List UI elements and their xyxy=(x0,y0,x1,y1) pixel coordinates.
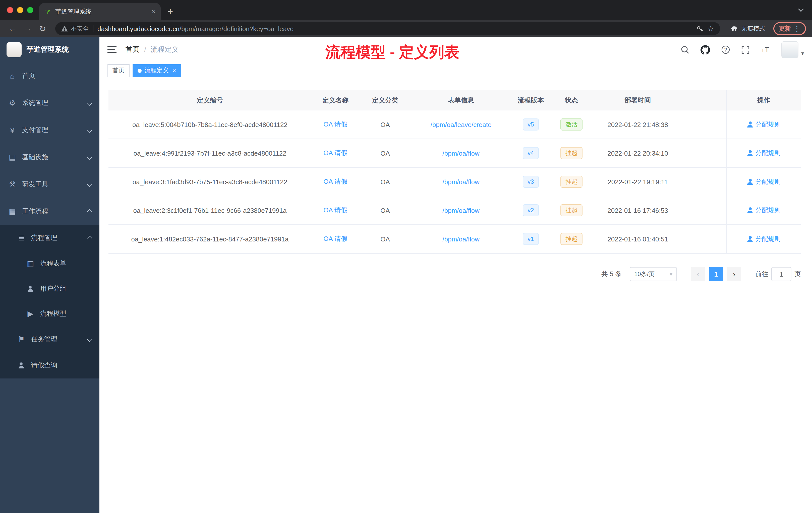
definition-category: OA xyxy=(380,121,390,128)
sidebar-item-system[interactable]: ⚙系统管理 xyxy=(0,89,99,117)
goto-page-input[interactable] xyxy=(771,267,791,281)
sidebar-item-home[interactable]: ⌂首页 xyxy=(0,62,99,89)
assign-rule-link[interactable]: 分配规则 xyxy=(747,177,781,186)
hamburger-icon[interactable] xyxy=(108,46,116,53)
sidebar-item-task-mgmt[interactable]: ⚑任务管理 xyxy=(0,326,99,352)
prev-page-button[interactable]: ‹ xyxy=(691,267,705,281)
sidebar-item-payment[interactable]: ¥支付管理 xyxy=(0,117,99,144)
form-link[interactable]: /bpm/oa/flow xyxy=(442,207,479,214)
send-icon: ▶ xyxy=(26,309,35,318)
sidebar-item-process-form[interactable]: ▥流程表单 xyxy=(0,251,99,276)
column-header: 定义名称 xyxy=(311,90,359,110)
breadcrumb-separator: / xyxy=(144,46,146,54)
user-icon xyxy=(17,362,26,368)
forward-icon[interactable]: → xyxy=(21,24,34,33)
security-label: 不安全 xyxy=(71,24,89,33)
definition-name-link[interactable]: OA 请假 xyxy=(323,120,347,129)
breadcrumb-home[interactable]: 首页 xyxy=(125,45,140,54)
sidebar-item-user-group[interactable]: 用户分组 xyxy=(0,276,99,301)
minimize-window-button[interactable] xyxy=(17,7,23,13)
form-link[interactable]: /bpm/oa/flow xyxy=(442,149,479,157)
assign-rule-label: 分配规则 xyxy=(755,235,781,243)
deploy-time-cell: 2022-01-22 20:34:10 xyxy=(592,139,683,167)
definition-name-link[interactable]: OA 请假 xyxy=(323,149,347,158)
tag-home[interactable]: 首页 xyxy=(108,64,129,77)
user-menu[interactable]: ▾ xyxy=(782,41,804,58)
form-link[interactable]: /bpm/oa/flow xyxy=(442,235,479,243)
assign-rule-link[interactable]: 分配规则 xyxy=(747,149,781,157)
back-icon[interactable]: ← xyxy=(6,24,19,33)
key-icon[interactable] xyxy=(696,25,703,32)
page-size-select[interactable]: 10条/页 ▾ xyxy=(630,267,677,281)
sidebar-item-workflow[interactable]: ▦工作流程 xyxy=(0,198,99,225)
deploy-time-cell: 2022-01-16 17:46:53 xyxy=(592,196,683,224)
column-header-label: 操作 xyxy=(757,96,770,105)
form-link[interactable]: /bpm/oa/leave/create xyxy=(431,121,492,128)
definition-name-link[interactable]: OA 请假 xyxy=(323,177,347,186)
page-1-button[interactable]: 1 xyxy=(709,267,723,281)
definition-name-link-cell: OA 请假 xyxy=(311,225,359,253)
sidebar-item-label: 支付管理 xyxy=(22,125,48,134)
assign-rule-link[interactable]: 分配规则 xyxy=(747,120,781,129)
incognito-badge: 无痕模式 xyxy=(730,24,765,33)
browser-update-button[interactable]: 更新 ⋮ xyxy=(773,22,806,35)
gear-icon: ⚙ xyxy=(8,98,17,108)
column-header-label: 定义分类 xyxy=(372,96,398,105)
deploy-time: 2022-01-22 19:19:11 xyxy=(608,178,668,185)
status-tag: 激活 xyxy=(560,118,582,130)
menu-kebab-icon[interactable]: ⋮ xyxy=(793,25,801,33)
assign-rule-link[interactable]: 分配规则 xyxy=(747,235,781,243)
status-tag-cell: 挂起 xyxy=(550,225,592,253)
close-icon[interactable]: × xyxy=(172,67,176,74)
sidebar-item-label: 首页 xyxy=(22,71,35,80)
help-icon[interactable]: ? xyxy=(721,45,730,54)
sidebar-item-infrastructure[interactable]: ▤基础设施 xyxy=(0,144,99,171)
definition-id-cell: oa_leave:1:482ec033-762a-11ec-8477-a2380… xyxy=(109,225,311,253)
home-icon: ⌂ xyxy=(8,71,17,80)
form-link-cell: /bpm/oa/leave/create xyxy=(411,111,511,139)
workflow-icon: ▦ xyxy=(8,207,17,216)
address-bar[interactable]: 不安全 dashboard.yudao.iocoder.cn/bpm/manag… xyxy=(55,22,720,35)
search-icon[interactable] xyxy=(681,45,690,54)
next-page-button[interactable]: › xyxy=(727,267,741,281)
tag-bpm-definition[interactable]: 流程定义× xyxy=(133,64,181,77)
sidebar: 芋道管理系统 ⌂首页⚙系统管理¥支付管理▤基础设施⚒研发工具▦工作流程≣流程管理… xyxy=(0,37,99,513)
version-tag-cell: v3 xyxy=(511,168,550,196)
version-tag: v5 xyxy=(522,118,539,130)
tab-close-icon[interactable]: × xyxy=(152,8,156,15)
reload-icon[interactable]: ↻ xyxy=(36,24,49,33)
close-window-button[interactable] xyxy=(7,7,13,13)
assign-rule-link[interactable]: 分配规则 xyxy=(747,206,781,215)
sidebar-item-label: 流程管理 xyxy=(31,233,57,242)
sidebar-item-leave-query[interactable]: 请假查询 xyxy=(0,352,99,379)
form-link[interactable]: /bpm/oa/flow xyxy=(442,178,479,185)
action-cell-cell: 分配规则 xyxy=(726,168,801,196)
pagination: 共 5 条 10条/页 ▾ ‹ 1 › 前往 页 xyxy=(109,267,801,281)
form-link-cell: /bpm/oa/flow xyxy=(411,225,511,253)
definition-id-cell: oa_leave:2:3c1f0ef1-76b1-11ec-9c66-a2380… xyxy=(109,196,311,224)
sidebar-item-process-model[interactable]: ▶流程模型 xyxy=(0,301,99,326)
table-row: oa_leave:5:004b710b-7b8a-11ec-8ef0-acde4… xyxy=(109,111,801,139)
assign-rule-label: 分配规则 xyxy=(755,120,781,129)
sidebar-item-label: 研发工具 xyxy=(22,180,48,189)
sidebar-item-process-mgmt[interactable]: ≣流程管理 xyxy=(0,225,99,251)
definition-name-link[interactable]: OA 请假 xyxy=(323,234,347,243)
browser-tab[interactable]: 芋道管理系统 × xyxy=(39,3,161,20)
form-link-cell: /bpm/oa/flow xyxy=(411,196,511,224)
font-size-icon[interactable]: TT xyxy=(761,45,771,54)
github-icon[interactable] xyxy=(701,45,710,55)
column-header-label: 定义名称 xyxy=(322,96,348,105)
sidebar-item-dev-tools[interactable]: ⚒研发工具 xyxy=(0,171,99,198)
zoom-window-button[interactable] xyxy=(27,7,33,13)
tab-search-chevron-icon[interactable] xyxy=(798,6,804,12)
definition-id-cell: oa_leave:3:1fad3d93-7b75-11ec-a3c8-acde4… xyxy=(109,168,311,196)
bookmark-star-icon[interactable]: ☆ xyxy=(707,24,714,33)
fullscreen-icon[interactable] xyxy=(742,46,750,54)
definition-name-link[interactable]: OA 请假 xyxy=(323,206,347,215)
not-secure-warning[interactable]: 不安全 xyxy=(61,24,89,33)
new-tab-button[interactable]: + xyxy=(168,7,173,16)
status-tag-cell: 激活 xyxy=(550,111,592,139)
logo-row[interactable]: 芋道管理系统 xyxy=(0,37,99,62)
table-row: oa_leave:1:482ec033-762a-11ec-8477-a2380… xyxy=(109,225,801,253)
column-header: 定义分类 xyxy=(359,90,411,110)
